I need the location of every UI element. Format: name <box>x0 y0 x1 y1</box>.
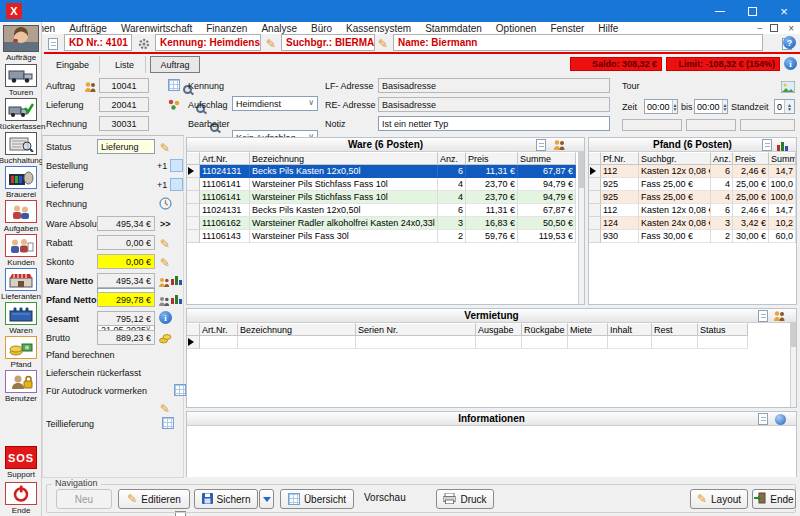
sidebar-item-auftraege[interactable]: Aufträge <box>0 25 42 62</box>
ware-doc-icon[interactable] <box>536 139 546 151</box>
vermietung-stats-icon[interactable] <box>773 310 786 324</box>
bestellung-plus1-button[interactable] <box>170 159 183 172</box>
teillieferung-grid-icon[interactable] <box>162 417 174 429</box>
pfand-row[interactable]: 112 Kasten 12x 0,08 € 6 2,46 € 14,7 <box>589 165 796 178</box>
pfand-row[interactable]: 925 Fass 25,00 € 4 25,00 € 100,0 <box>589 178 796 191</box>
mdi-close-icon[interactable]: × <box>782 23 800 34</box>
sidebar-item-buchhaltung[interactable]: Buchhaltung <box>0 132 42 165</box>
column-header[interactable]: Rückgabe <box>522 323 568 336</box>
zeit-bis-spinner[interactable]: 00:00 <box>694 99 728 114</box>
limit-info-icon[interactable] <box>784 57 797 70</box>
lieferung-plus1-label[interactable]: +1 <box>157 177 167 192</box>
ware-netto-stats-icon[interactable] <box>158 274 170 292</box>
bestellung-plus1-label[interactable]: +1 <box>157 158 167 173</box>
menu-finanzen[interactable]: Finanzen <box>199 23 254 34</box>
druck-button[interactable]: Druck <box>436 489 494 509</box>
menu-stammdaten[interactable]: Stammdaten <box>418 23 489 34</box>
editieren-button[interactable]: Editieren <box>118 489 190 509</box>
column-header[interactable]: Pf.Nr. <box>601 152 639 165</box>
skonto-edit-icon[interactable] <box>160 253 170 271</box>
column-header[interactable]: Serien Nr. <box>356 323 476 336</box>
pfand-stats-icon[interactable] <box>777 140 788 151</box>
tab-auftrag[interactable]: Auftrag <box>150 56 200 73</box>
menu-warenwirtschaft[interactable]: Warenwirtschaft <box>114 23 199 34</box>
column-header[interactable]: Preis <box>733 152 769 165</box>
spinner-arrows-icon[interactable] <box>784 100 794 113</box>
sidebar-item-aufgaben[interactable]: Aufgaben <box>0 200 42 233</box>
freitext-edit-icon[interactable] <box>160 399 170 417</box>
column-header[interactable]: Bezeichnung <box>238 323 356 336</box>
menu-auftraege[interactable]: Aufträge <box>62 23 114 34</box>
column-header[interactable]: Ausgabe <box>476 323 522 336</box>
pfand-row[interactable]: 925 Fass 25,00 € 4 25,00 € 100,0 <box>589 191 796 204</box>
sidebar-item-ende[interactable]: Ende <box>0 482 42 515</box>
sidebar-item-rueckerfassen[interactable]: Rückerfassen <box>0 98 42 131</box>
tab-liste[interactable]: Liste <box>104 56 146 73</box>
column-header[interactable]: Inhalt <box>608 323 652 336</box>
edit-kennung-icon[interactable] <box>266 34 276 52</box>
neu-button[interactable]: Neu <box>56 489 112 509</box>
pfand-netto-chart-icon[interactable] <box>171 293 182 304</box>
coins-icon[interactable] <box>159 330 172 348</box>
spinner-arrows-icon[interactable] <box>722 100 728 113</box>
ware-row[interactable]: 11106143 Warsteiner Pils Fass 30l 2 59,7… <box>187 230 584 243</box>
ware-scrollbar[interactable] <box>578 152 584 304</box>
menu-fenster[interactable]: Fenster <box>543 23 591 34</box>
column-header[interactable]: Anz. <box>711 152 733 165</box>
sidebar-item-brauerei[interactable]: Brauerei <box>0 166 42 199</box>
ware-netto-chart-icon[interactable] <box>171 274 182 285</box>
column-header[interactable]: Anz. <box>438 152 466 165</box>
vermietung-doc-icon[interactable] <box>758 310 768 322</box>
informationen-globe-icon[interactable] <box>775 414 786 425</box>
maximize-button[interactable] <box>736 0 768 22</box>
layout-button[interactable]: Layout <box>690 489 748 509</box>
sidebar-item-support[interactable]: SOS Support <box>0 446 42 479</box>
pfand-row[interactable]: 124 Kasten 24x 0,08 € 3 3,42 € 10,2 <box>589 217 796 230</box>
tab-eingabe[interactable]: Eingabe <box>46 56 100 73</box>
informationen-doc-icon[interactable] <box>758 413 768 425</box>
menu-buero[interactable]: Büro <box>304 23 339 34</box>
ware-row[interactable]: 11106141 Warsteiner Pils Stichfass Fass … <box>187 191 584 204</box>
auftrag-grid-icon[interactable] <box>168 79 180 91</box>
pfand-row[interactable]: 930 Fass 30,00 € 2 30,00 € 60,0 <box>589 230 796 243</box>
mdi-minimize-icon[interactable]: – <box>753 23 766 33</box>
column-header[interactable]: Rest <box>652 323 698 336</box>
sichern-dropdown-button[interactable] <box>259 489 274 509</box>
ware-row[interactable]: 11024131 Becks Pils Kasten 12x0,50l 6 11… <box>187 204 584 217</box>
standzeit-spinner[interactable]: 0 <box>774 99 795 114</box>
ware-row[interactable]: 11024131 Becks Pils Kasten 12x0,50l 6 11… <box>187 165 584 178</box>
tour-map-icon[interactable] <box>781 79 795 97</box>
kd-nr-field[interactable]: KD Nr.: 4101 <box>64 34 132 51</box>
menu-kassensystem[interactable]: Kassensystem <box>339 23 418 34</box>
status-field[interactable]: Lieferung <box>97 139 155 154</box>
column-header[interactable]: Bezeichnung <box>250 152 438 165</box>
ware-row[interactable]: 11106141 Warsteiner Pils Stichfass Fass … <box>187 178 584 191</box>
kennung-field[interactable]: Kennung: Heimdienst <box>155 34 261 51</box>
ware-row[interactable]: 11106162 Warsteiner Radler alkoholfrei K… <box>187 217 584 230</box>
edit-suchbegriff-icon[interactable] <box>378 34 388 52</box>
sidebar-item-waren[interactable]: Waren <box>0 302 42 335</box>
mdi-restore-icon[interactable] <box>770 24 778 32</box>
column-header[interactable]: Miete <box>568 323 608 336</box>
sidebar-item-kunden[interactable]: Kunden <box>0 234 42 267</box>
sidebar-item-pfand[interactable]: Pfand <box>0 336 42 369</box>
help-icon[interactable] <box>783 36 796 49</box>
sidebar-item-touren[interactable]: Touren <box>0 64 42 97</box>
uebersicht-button[interactable]: Übersicht <box>280 489 354 509</box>
suchbegriff-field[interactable]: Suchbgr.: BIERMANN <box>281 34 375 51</box>
close-button[interactable]: × <box>768 0 800 22</box>
kennung-select[interactable]: Heimdienst <box>232 96 318 111</box>
column-header[interactable]: Suchbgr. <box>639 152 711 165</box>
lieferung-plus1-button[interactable] <box>170 178 183 191</box>
column-header[interactable]: Status <box>698 323 748 336</box>
column-header[interactable]: Summe <box>769 152 796 165</box>
zeit-von-spinner[interactable]: 00:00 <box>644 99 678 114</box>
spinner-arrows-icon[interactable] <box>672 100 678 113</box>
minimize-button[interactable] <box>704 0 736 22</box>
pfand-row[interactable]: 112 Kasten 12x 0,08 € 6 2,46 € 14,7 <box>589 204 796 217</box>
menu-analyse[interactable]: Analyse <box>254 23 304 34</box>
pfand-doc-icon[interactable] <box>762 139 772 151</box>
ware-stats-icon[interactable] <box>553 139 566 153</box>
sidebar-item-lieferanten[interactable]: Lieferanten <box>0 268 42 301</box>
note-edit-icon[interactable] <box>48 38 58 50</box>
